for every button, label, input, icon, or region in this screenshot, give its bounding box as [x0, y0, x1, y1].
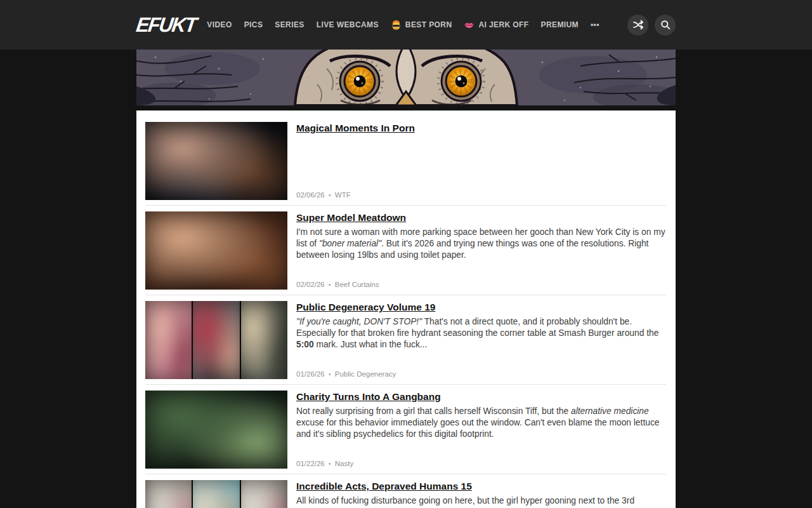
- nav-item-best-porn[interactable]: BEST PORN: [391, 20, 452, 30]
- nav-item-series[interactable]: SERIES: [275, 20, 304, 29]
- thumbnail-panel: [145, 211, 287, 290]
- post-title-link[interactable]: Super Model Meatdown: [296, 212, 406, 224]
- nav-item-ai-jerk-off[interactable]: AI JERK OFF: [464, 20, 528, 30]
- post-list: Magical Moments In Porn02/06/26•WTFSuper…: [136, 110, 676, 508]
- post-row: Magical Moments In Porn02/06/26•WTF: [145, 122, 666, 206]
- page: EFUKT VIDEOPICSSERIESLIVE WEBCAMSBEST PO…: [0, 0, 812, 508]
- post-category-link[interactable]: WTF: [335, 191, 351, 199]
- post-thumbnail[interactable]: [145, 122, 287, 200]
- nav-item-live-webcams[interactable]: LIVE WEBCAMS: [317, 20, 379, 29]
- post-thumbnail[interactable]: [145, 480, 287, 508]
- post-category-link[interactable]: Nasty: [335, 460, 353, 467]
- post-thumbnail[interactable]: [145, 211, 287, 290]
- post-date: 02/02/26: [296, 281, 325, 288]
- thumbnail-panel: [241, 301, 287, 379]
- post-date: 02/06/26: [296, 191, 325, 199]
- post-row: Super Model MeatdownI'm not sure a woman…: [145, 206, 666, 295]
- nav-item-label: VIDEO: [207, 20, 232, 29]
- post-meta: 01/22/26•Nasty: [296, 460, 666, 469]
- post-row: Public Degeneracy Volume 19"If you're ca…: [145, 295, 666, 385]
- top-bar: EFUKT VIDEOPICSSERIESLIVE WEBCAMSBEST PO…: [0, 0, 812, 50]
- post-row: Incredible Acts, Depraved Humans 15All k…: [145, 474, 666, 508]
- thumbnail-panel: [145, 480, 192, 508]
- post-title-link[interactable]: Charity Turns Into A Gangbang: [296, 391, 441, 403]
- thumbnail-panel: [193, 480, 239, 508]
- nav-item-label: LIVE WEBCAMS: [317, 20, 379, 29]
- shuffle-icon: [633, 20, 643, 30]
- post-thumbnail[interactable]: [145, 391, 287, 469]
- post-body: Magical Moments In Porn02/06/26•WTF: [296, 122, 666, 200]
- nav-item-more[interactable]: •••: [591, 20, 599, 29]
- post-description: "If you're caught, DON'T STOP!" That's n…: [296, 316, 666, 351]
- post-row: Charity Turns Into A GangbangNot really …: [145, 385, 666, 474]
- thumbnail-panel: [241, 480, 287, 508]
- post-date: 01/22/26: [296, 460, 325, 467]
- post-title-link[interactable]: Public Degeneracy Volume 19: [296, 302, 435, 313]
- nav-item-label: BEST PORN: [405, 20, 452, 29]
- post-category-link[interactable]: Public Degeneracy: [335, 370, 396, 378]
- post-title-link[interactable]: Magical Moments In Porn: [296, 123, 415, 134]
- nav-item-label: AI JERK OFF: [478, 20, 528, 29]
- main-nav: VIDEOPICSSERIESLIVE WEBCAMSBEST PORNAI J…: [207, 20, 599, 30]
- post-meta: 01/26/26•Public Degeneracy: [296, 370, 666, 379]
- post-category-link[interactable]: Beef Curtains: [335, 281, 379, 288]
- nav-item-label: •••: [591, 20, 599, 29]
- nav-item-video[interactable]: VIDEO: [207, 20, 232, 29]
- post-meta: 02/02/26•Beef Curtains: [296, 281, 666, 290]
- post-body: Public Degeneracy Volume 19"If you're ca…: [296, 301, 666, 379]
- post-description: I'm not sure a woman with more parking s…: [296, 227, 666, 261]
- nav-item-pics[interactable]: PICS: [244, 20, 263, 29]
- owl-illustration: [136, 50, 676, 105]
- nav-item-label: PICS: [244, 20, 263, 29]
- top-bar-inner: EFUKT VIDEOPICSSERIESLIVE WEBCAMSBEST PO…: [136, 0, 676, 50]
- post-meta: 02/06/26•WTF: [296, 191, 666, 200]
- post-body: Charity Turns Into A GangbangNot really …: [296, 391, 666, 469]
- thumbnail-panel: [193, 301, 239, 379]
- meta-separator: •: [329, 191, 331, 199]
- thumbnail-panel: [145, 301, 192, 379]
- site-logo[interactable]: EFUKT: [134, 13, 197, 37]
- shuffle-button[interactable]: [627, 15, 648, 36]
- post-body: Super Model MeatdownI'm not sure a woman…: [296, 211, 666, 290]
- search-button[interactable]: [655, 15, 676, 36]
- header-actions: [627, 15, 676, 36]
- meta-separator: •: [329, 281, 331, 288]
- lips-icon: [464, 20, 475, 30]
- post-date: 01/26/26: [296, 370, 325, 378]
- post-title-link[interactable]: Incredible Acts, Depraved Humans 15: [296, 481, 472, 492]
- post-thumbnail[interactable]: [145, 301, 287, 379]
- meta-separator: •: [329, 460, 331, 467]
- flame-face-icon: [391, 20, 402, 30]
- search-icon: [660, 20, 671, 30]
- post-description: Not really surprising from a girl that c…: [296, 406, 666, 440]
- post-body: Incredible Acts, Depraved Humans 15All k…: [296, 480, 666, 508]
- nav-item-label: PREMIUM: [541, 20, 579, 29]
- content-column: Magical Moments In Porn02/06/26•WTFSuper…: [136, 50, 676, 508]
- thumbnail-panel: [145, 391, 287, 469]
- nav-item-label: SERIES: [275, 20, 304, 29]
- meta-separator: •: [329, 370, 331, 378]
- thumbnail-panel: [145, 122, 287, 200]
- post-description: All kinds of fucking disturbance going o…: [296, 495, 666, 508]
- nav-item-premium[interactable]: PREMIUM: [541, 20, 579, 29]
- owl-artwork-banner[interactable]: [136, 50, 676, 105]
